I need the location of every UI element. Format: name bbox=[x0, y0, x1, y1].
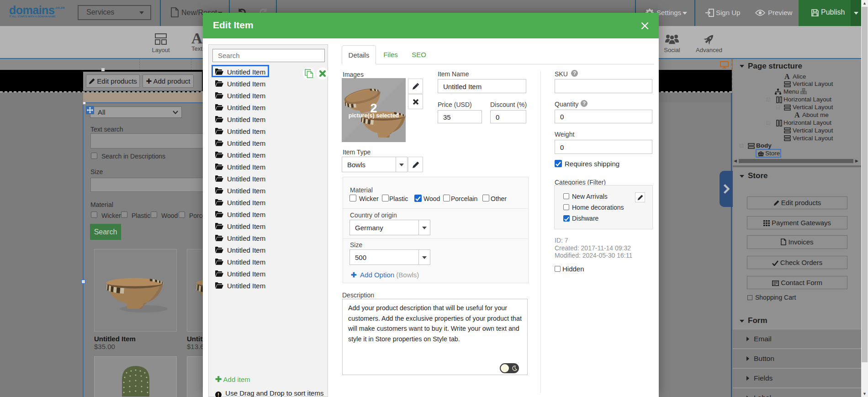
svg-text:picture(s) selected: picture(s) selected bbox=[349, 112, 399, 119]
